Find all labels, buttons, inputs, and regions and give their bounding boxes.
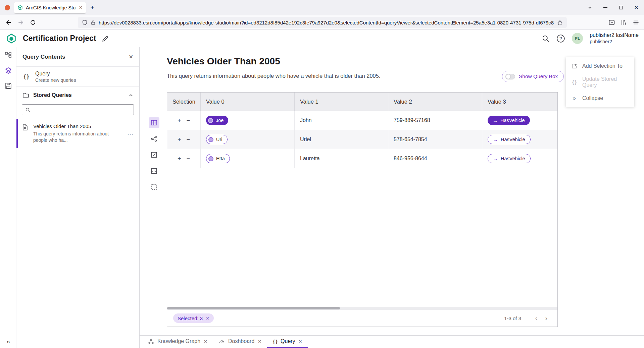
add-selection-button[interactable]: + (178, 117, 181, 123)
selection-tools-icon[interactable] (149, 182, 159, 192)
data-model-icon[interactable] (0, 47, 16, 63)
panel-close-icon[interactable]: ✕ (129, 54, 133, 60)
table-row[interactable]: + − Uri Uriel 578-654-7854 → HasVehicle (167, 130, 557, 149)
query-contents-panel: Query Contents ✕ { } Query Create new qu… (16, 47, 140, 348)
relationship-pill[interactable]: → HasVehicle (488, 154, 531, 163)
bottom-tab-query[interactable]: { } Query ✕ (267, 336, 308, 348)
results-table: Selection Value 0 Value 1 Value 2 Value … (167, 92, 558, 327)
bottom-tab-knowledge-graph[interactable]: Knowledge Graph ✕ (142, 336, 213, 348)
new-query-item[interactable]: { } Query Create new queries (16, 67, 139, 87)
avatar[interactable]: PL (572, 33, 583, 44)
cell-value: Uriel (300, 136, 311, 142)
panel-title: Query Contents (22, 54, 129, 60)
selected-count-chip[interactable]: Selected: 3 ✕ (173, 313, 214, 323)
edit-title-icon[interactable] (102, 35, 109, 42)
chart-view-icon[interactable] (149, 166, 159, 176)
user-info[interactable]: publisher2 lastName publisher2 (590, 32, 639, 45)
scrollbar-thumb[interactable] (167, 307, 340, 309)
save-icon[interactable] (0, 78, 16, 94)
forward-button[interactable] (15, 16, 27, 28)
expand-rail-icon[interactable]: » (0, 338, 16, 345)
close-window-button[interactable]: ✕ (629, 0, 644, 15)
table-cell: Uriel (295, 130, 388, 149)
query-description: This query returns information about peo… (167, 73, 381, 79)
table-row[interactable]: + − Etta Lauretta 846-956-8644 → HasVehi… (167, 149, 557, 168)
bookmark-star-icon[interactable] (557, 20, 563, 25)
remove-selection-button[interactable]: − (187, 156, 190, 162)
show-query-box-toggle[interactable]: Show Query Box (502, 71, 564, 82)
menu-item-update-stored-query[interactable]: { } Update Stored Query (566, 74, 634, 90)
braces-icon: { } (571, 79, 578, 85)
column-header[interactable]: Value 0 (201, 93, 295, 111)
column-header[interactable]: Selection (167, 93, 201, 111)
close-tab-icon[interactable]: ✕ (204, 339, 207, 344)
library-icon[interactable] (618, 16, 630, 28)
tab-close-icon[interactable]: ✕ (79, 5, 83, 10)
add-selection-button[interactable]: + (178, 136, 181, 142)
entity-pill[interactable]: Uri (206, 135, 228, 144)
dashboard-icon (219, 338, 225, 344)
folder-icon (22, 92, 29, 99)
cell-value: 578-654-7854 (394, 136, 427, 142)
selection-context-menu: Add Selection To { } Update Stored Query… (566, 57, 634, 107)
table-row[interactable]: + − Joe John 759-889-57168 → HasVehicle (167, 111, 557, 130)
tracking-shield-icon[interactable] (82, 20, 88, 25)
arrow-right-icon: → (493, 137, 498, 142)
layers-icon[interactable] (0, 63, 16, 78)
browser-navbar: https://dev0028833.esri.com/portal/apps/… (0, 15, 644, 30)
stored-queries-header[interactable]: Stored Queries (16, 87, 139, 104)
url-text[interactable]: https://dev0028833.esri.com/portal/apps/… (99, 20, 554, 25)
search-icon (25, 107, 31, 113)
table-view-icon[interactable] (149, 117, 159, 128)
close-tab-icon[interactable]: ✕ (299, 339, 302, 344)
map-view-icon[interactable] (149, 150, 159, 160)
relationship-pill[interactable]: → HasVehicle (488, 116, 530, 125)
new-tab-button[interactable]: + (86, 2, 99, 13)
selection-cell: + − (167, 111, 201, 130)
entity-label: Joe (216, 118, 224, 123)
stored-queries-search[interactable] (22, 104, 134, 115)
link-chart-view-icon[interactable] (149, 133, 159, 144)
menu-hamburger-icon[interactable] (630, 16, 642, 28)
previous-page-icon[interactable]: ‹ (531, 314, 541, 322)
entity-pill[interactable]: Etta (206, 154, 230, 163)
menu-item-collapse[interactable]: » Collapse (566, 90, 634, 106)
minimize-button[interactable] (598, 0, 613, 15)
help-icon[interactable]: ? (556, 34, 565, 43)
table-header-row: Selection Value 0 Value 1 Value 2 Value … (167, 93, 557, 111)
url-bar[interactable]: https://dev0028833.esri.com/portal/apps/… (78, 17, 567, 28)
arcgis-knowledge-logo-icon[interactable] (6, 33, 17, 44)
search-input[interactable] (33, 107, 131, 113)
close-tab-icon[interactable]: ✕ (258, 339, 261, 344)
list-all-tabs-icon[interactable] (582, 0, 598, 15)
column-header[interactable]: Value 3 (482, 93, 557, 111)
toggle-track[interactable] (505, 74, 515, 79)
column-header[interactable]: Value 1 (295, 93, 388, 111)
stored-query-item[interactable]: Vehicles Older Than 2005 This query retu… (16, 119, 139, 148)
next-page-icon[interactable]: › (541, 314, 551, 322)
menu-item-add-selection-to[interactable]: Add Selection To (566, 58, 634, 74)
item-options-ellipsis-icon[interactable]: ⋯ (127, 130, 134, 137)
entity-pill[interactable]: Joe (206, 116, 228, 125)
search-icon[interactable] (542, 35, 550, 43)
maximize-button[interactable] (613, 0, 629, 15)
remove-selection-button[interactable]: − (187, 136, 190, 142)
chevron-up-icon[interactable] (129, 93, 133, 98)
back-button[interactable] (3, 16, 15, 28)
pocket-icon[interactable] (606, 16, 618, 28)
add-selection-button[interactable]: + (178, 156, 181, 162)
firefox-profile-icon[interactable] (5, 5, 10, 10)
bottom-tab-dashboard[interactable]: Dashboard ✕ (213, 336, 267, 348)
query-braces-icon: { } (22, 73, 31, 80)
remove-selection-button[interactable]: − (187, 117, 190, 123)
new-query-title: Query (35, 71, 76, 77)
query-title: Vehicles Older Than 2005 (167, 56, 280, 67)
lock-icon[interactable] (91, 20, 96, 25)
refresh-button[interactable] (27, 16, 39, 28)
relationship-pill[interactable]: → HasVehicle (488, 135, 531, 144)
column-header[interactable]: Value 2 (388, 93, 482, 111)
horizontal-scrollbar[interactable] (167, 307, 557, 310)
header-actions: ? PL publisher2 lastName publisher2 (542, 32, 644, 45)
clear-selection-icon[interactable]: ✕ (206, 316, 209, 321)
browser-tab[interactable]: ArcGIS Knowledge Studio ✕ (14, 2, 86, 13)
